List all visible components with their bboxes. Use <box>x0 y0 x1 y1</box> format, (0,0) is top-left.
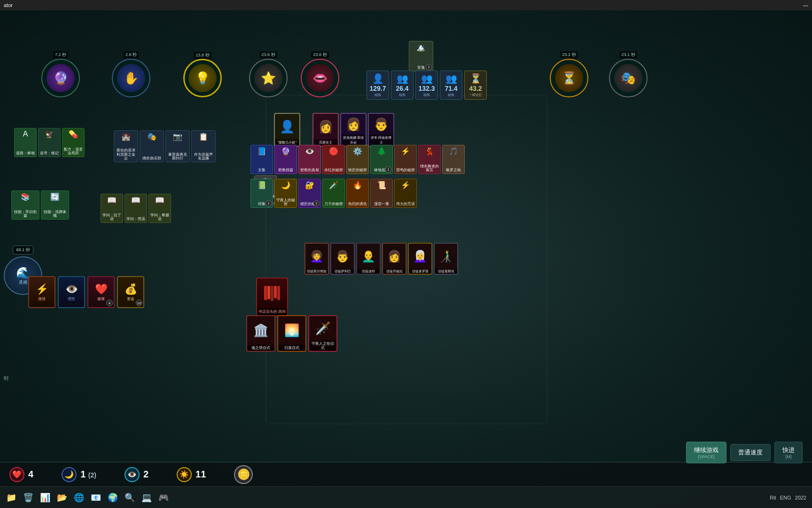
card-锁匠的秘密[interactable]: 🔐 锁匠的秘密 2 <box>298 179 321 208</box>
resource-cards: ⚡ 激情 👁️ 理性 ❤️ 健康 4 💰 资金 10 <box>28 276 144 308</box>
card-雷鸣的秘密[interactable]: ⚡ 雷鸣的秘密 <box>394 145 417 174</box>
taskbar-lang: ENG <box>780 495 791 500</box>
recipe-card[interactable]: 💊 配方：混变会死药 <box>62 128 85 157</box>
companion-1-name: 苏洛格娜·翠绿乐会 <box>341 135 366 146</box>
card-守夜人的秘密[interactable]: 🌙 守夜人的秘密 <box>274 179 297 208</box>
health-badge: 4 <box>106 300 113 306</box>
follower-5-name: 信徒塞斯坦 <box>435 269 457 274</box>
follower-1-name: 信徒萨利巴 <box>331 269 354 274</box>
fast-forward-button[interactable]: 快进 [M] <box>774 442 803 463</box>
moon-status: 🌙 1 (2) <box>62 467 96 482</box>
taskbar-icon-0[interactable]: 📁 <box>4 490 19 505</box>
verb-slot-1[interactable]: 7.2 秒 🔮 <box>41 59 80 97</box>
card-热烈的诱告[interactable]: 🔥 热烈的诱告 <box>346 179 369 208</box>
card-铁匠的秘密[interactable]: ⚙️ 铁匠的秘密 <box>346 145 369 174</box>
moon-status-icon: 🌙 <box>62 467 77 482</box>
follower-4[interactable]: 👩‍🦳 信徒多罗西 <box>408 243 432 275</box>
trail-card[interactable]: 🦅 追寻：铭记 <box>38 128 61 157</box>
card-绕衣舞者的寓言[interactable]: 💃 绕衣舞者的寓言 <box>418 145 441 174</box>
ritual-area: 🏛️ 魂之塔仪式 🌅 日落仪式 🗡️ 守夜人之恰仪式 <box>246 315 337 352</box>
passion-label: 激情 <box>38 296 46 302</box>
card-漫宿一番[interactable]: 📜 漫宿一番 <box>370 179 393 208</box>
study-latin[interactable]: 📖 学问：拉丁语 <box>101 194 123 223</box>
follower-5[interactable]: 👨‍🦯 信徒塞斯坦 <box>434 243 458 275</box>
main-char-card[interactable]: 👤 "接吻儿小姐" <box>274 113 300 147</box>
skill-2[interactable]: 🔄 技能：洗牌体魄 <box>41 190 69 220</box>
eye-status-icon: 👁️ <box>125 467 140 482</box>
skill-1[interactable]: 📚 技能：学识初篇 <box>11 190 39 220</box>
skills-area: 📚 技能：学识初篇 🔄 技能：洗牌体魄 <box>11 190 69 220</box>
book-2[interactable]: 🎭 绕衣俱乐部 <box>140 130 164 162</box>
companions-area: 👩 贝谢女士 👩 苏洛格娜·翠绿乐会 👨 伊本·阿迪发博士 <box>312 113 394 147</box>
companion-1[interactable]: 👩 苏洛格娜·翠绿乐会 <box>340 113 367 147</box>
card-赤红的秘密[interactable]: 🔴 赤红的秘密 <box>322 145 345 174</box>
ritual-1[interactable]: 🌅 日落仪式 <box>277 315 306 352</box>
follower-2-name: 信徒波特 <box>357 269 380 274</box>
companion-0[interactable]: 👩 贝谢女士 <box>312 113 339 147</box>
taskbar-icon-8[interactable]: 💻 <box>139 490 154 505</box>
card-林地低话[interactable]: 🌲 林地低话 2 <box>370 145 393 174</box>
companion-2[interactable]: 👨 伊本·阿迪发博士 <box>368 113 394 147</box>
study-sanskrit[interactable]: 📖 学问：梵语 <box>125 194 147 223</box>
passion-card[interactable]: ⚡ 激情 <box>28 276 55 308</box>
secret-pile-3[interactable]: 👥 71.4 秘氛 <box>440 71 462 100</box>
follower-3[interactable]: 👩 信徒乔妮拉 <box>382 243 406 275</box>
gold-status-count: 11 <box>195 469 206 480</box>
taskbar-icon-9[interactable]: 🎮 <box>156 490 171 505</box>
verb-slot-3[interactable]: 13.8 秒 💡 <box>183 59 222 97</box>
road-card[interactable]: A 道路：林地 <box>14 128 37 157</box>
taskbar-icon-3[interactable]: 📂 <box>55 490 70 505</box>
reason-label: 理性 <box>68 296 75 302</box>
taskbar-icon-4[interactable]: 🌐 <box>71 490 86 505</box>
follower-0[interactable]: 👩‍🦱 信徒西尔维姐 <box>304 243 329 275</box>
verb-timer-2: 2.8 秒 <box>124 51 139 58</box>
book-3[interactable]: 📷 幕里真典克斯扑行 <box>165 130 190 162</box>
follower-1[interactable]: 👨 信徒萨利巴 <box>330 243 355 275</box>
secret-pile-2[interactable]: 👥 132.3 秘氛 <box>415 71 438 100</box>
study-greek[interactable]: 📖 学问：希腊语 <box>148 194 171 223</box>
card-刀子的秘密[interactable]: 🗡️ 刀子的秘密 <box>322 179 345 208</box>
card-密察的真相[interactable]: 👁️ 密察的真相 <box>298 145 321 174</box>
shop-label: 书店后头的 房间 <box>257 309 287 315</box>
titlebar-close[interactable]: — <box>803 2 808 8</box>
taskbar-icon-2[interactable]: 📊 <box>38 490 53 505</box>
reason-card[interactable]: 👁️ 理性 <box>58 276 85 308</box>
taskbar-icon-7[interactable]: 🔍 <box>122 490 137 505</box>
health-card[interactable]: ❤️ 健康 4 <box>87 276 115 308</box>
money-card[interactable]: 💰 资金 10 <box>117 276 144 308</box>
card-密教残篇[interactable]: 🔮 密教残篇 <box>274 145 297 174</box>
verb-slot-6[interactable]: 23.2 秒 ⏳ <box>550 59 588 97</box>
follower-0-name: 信徒西尔维姐 <box>305 269 328 274</box>
card-唤罗之咏[interactable]: 🎵 唤罗之咏 <box>442 145 465 174</box>
shop-card[interactable]: 书店后头的 房间 <box>256 278 288 316</box>
verb-timer-7: 23.1 秒 <box>619 51 637 58</box>
resting-card[interactable]: 🏔️ 安逸 2 <box>409 41 433 71</box>
taskbar-icon-6[interactable]: 🌍 <box>105 490 120 505</box>
book-1[interactable]: 🏰 斯佐的圣泽利克斯之金众 <box>114 130 138 162</box>
ritual-2[interactable]: 🗡️ 守夜人之恰仪式 <box>308 315 337 352</box>
book-4[interactable]: 📋 作为灵媒声名远播 <box>191 130 216 162</box>
secret-pile-0[interactable]: 👤 129.7 秘氛 <box>367 71 389 100</box>
left-books: 🏰 斯佐的圣泽利克斯之金众 🎭 绕衣俱乐部 📷 幕里真典克斯扑行 📋 作为灵媒声… <box>114 130 216 162</box>
normal-speed-button[interactable]: 普通速度 <box>730 444 771 461</box>
card-伟大的咒语[interactable]: ⚡ 伟大的咒语 <box>394 179 417 208</box>
health-status-count: 4 <box>28 469 33 480</box>
verb-slot-2[interactable]: 2.8 秒 ✋ <box>112 59 150 97</box>
resting-icon: 🏔️ <box>416 43 426 52</box>
ritual-0[interactable]: 🏛️ 魂之塔仪式 <box>246 315 275 352</box>
follower-2[interactable]: 👨‍🦲 信徒波特 <box>356 243 381 275</box>
secret-pile-1[interactable]: 👥 26.4 秘氛 <box>391 71 414 100</box>
card-诗集[interactable]: 📗 诗集 3 <box>250 179 273 208</box>
eye-status: 👁️ 2 <box>125 467 148 482</box>
taskbar-icon-1[interactable]: 🗑️ <box>21 490 36 505</box>
verb-slot-4[interactable]: 23.6 秒 ⭐ <box>249 59 288 97</box>
health-status: ❤️ 4 <box>9 467 33 482</box>
card-文集[interactable]: 📘 文集 <box>250 145 273 174</box>
money-badge: 10 <box>136 300 142 306</box>
taskbar-icon-5[interactable]: 📧 <box>88 490 103 505</box>
secret-pile-4[interactable]: ⏳ 43.2 一瞬追忆 <box>464 71 487 100</box>
verb-slot-7[interactable]: 23.1 秒 🎭 <box>609 59 648 97</box>
verb-slot-5[interactable]: 23.6 秒 👄 <box>301 59 339 97</box>
verb-icon-3: 💡 <box>188 64 217 92</box>
continue-button[interactable]: 继续游戏 [SPACE] <box>686 442 726 463</box>
